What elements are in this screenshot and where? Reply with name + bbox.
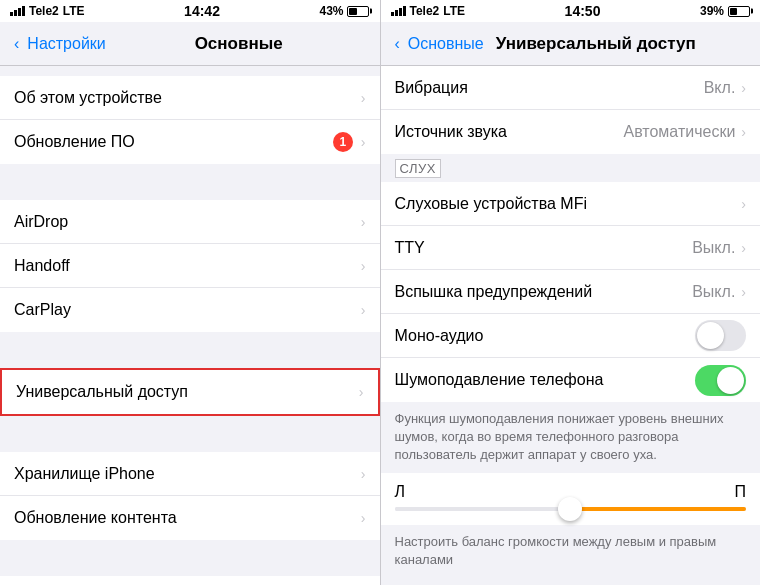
section-label-text: СЛУХ bbox=[395, 159, 441, 178]
item-label: Моно-аудио bbox=[395, 327, 696, 345]
item-label: Обновление ПО bbox=[14, 133, 333, 151]
chevron-icon: › bbox=[741, 284, 746, 300]
item-label: CarPlay bbox=[14, 301, 361, 319]
left-section-5: Ограничения Выкл. › bbox=[0, 576, 380, 585]
chevron-icon: › bbox=[361, 90, 366, 106]
chevron-icon: › bbox=[741, 124, 746, 140]
time-label: 14:50 bbox=[565, 3, 601, 19]
chevron-icon: › bbox=[361, 214, 366, 230]
chevron-icon: › bbox=[361, 134, 366, 150]
right-status-left: Tele2 LTE bbox=[391, 4, 466, 18]
right-status-right: 39% bbox=[700, 4, 750, 18]
signal-icon bbox=[391, 6, 406, 16]
item-label: Шумоподавление телефона bbox=[395, 371, 696, 389]
right-nav-title: Универсальный доступ bbox=[496, 34, 696, 54]
list-item-carplay[interactable]: CarPlay › bbox=[0, 288, 380, 332]
item-value: Автоматически bbox=[623, 123, 735, 141]
item-label: Вибрация bbox=[395, 79, 704, 97]
noise-cancel-toggle[interactable] bbox=[695, 365, 746, 396]
right-nav-bar: ‹ Основные Универсальный доступ bbox=[381, 22, 761, 66]
chevron-icon: › bbox=[361, 302, 366, 318]
chevron-icon: › bbox=[361, 466, 366, 482]
chevron-icon: › bbox=[741, 196, 746, 212]
list-item-mfi[interactable]: Слуховые устройства MFi › bbox=[381, 182, 761, 226]
item-label: Обновление контента bbox=[14, 509, 361, 527]
slider-left-label: Л bbox=[395, 483, 406, 501]
list-item-sound-source[interactable]: Источник звука Автоматически › bbox=[381, 110, 761, 154]
right-scroll-content: Вибрация Вкл. › Источник звука Автоматич… bbox=[381, 66, 761, 585]
left-section-4: Хранилище iPhone › Обновление контента › bbox=[0, 452, 380, 540]
mono-audio-toggle[interactable] bbox=[695, 320, 746, 351]
item-label: Источник звука bbox=[395, 123, 624, 141]
right-top-section: Вибрация Вкл. › Источник звука Автоматич… bbox=[381, 66, 761, 154]
signal-icon bbox=[10, 6, 25, 16]
back-arrow-icon: ‹ bbox=[14, 35, 19, 53]
list-item-airdrop[interactable]: AirDrop › bbox=[0, 200, 380, 244]
list-item-storage[interactable]: Хранилище iPhone › bbox=[0, 452, 380, 496]
list-item-vibration[interactable]: Вибрация Вкл. › bbox=[381, 66, 761, 110]
toggle-thumb bbox=[717, 367, 744, 394]
left-scroll-content: Об этом устройстве › Обновление ПО 1 › A… bbox=[0, 66, 380, 585]
list-item[interactable]: Обновление ПО 1 › bbox=[0, 120, 380, 164]
back-label[interactable]: Настройки bbox=[27, 35, 105, 53]
list-item-noise-cancel[interactable]: Шумоподавление телефона bbox=[381, 358, 761, 402]
item-label: Хранилище iPhone bbox=[14, 465, 361, 483]
slider-thumb[interactable] bbox=[558, 497, 582, 521]
item-label: Вспышка предупреждений bbox=[395, 283, 693, 301]
slider-fill-left bbox=[395, 507, 564, 511]
list-item-universal-access[interactable]: Универсальный доступ › bbox=[2, 370, 378, 414]
slider-fill-right bbox=[577, 507, 746, 511]
battery-icon bbox=[347, 6, 369, 17]
chevron-icon: › bbox=[361, 510, 366, 526]
right-status-bar: Tele2 LTE 14:50 39% bbox=[381, 0, 761, 22]
list-item-flash-alerts[interactable]: Вспышка предупреждений Выкл. › bbox=[381, 270, 761, 314]
time-label: 14:42 bbox=[184, 3, 220, 19]
left-status-right: 43% bbox=[319, 4, 369, 18]
left-section-2: AirDrop › Handoff › CarPlay › bbox=[0, 200, 380, 332]
chevron-icon: › bbox=[741, 240, 746, 256]
item-value: Вкл. bbox=[704, 79, 736, 97]
list-item-tty[interactable]: TTY Выкл. › bbox=[381, 226, 761, 270]
list-item-restrictions[interactable]: Ограничения Выкл. › bbox=[0, 576, 380, 585]
item-label: AirDrop bbox=[14, 213, 361, 231]
list-item-handoff[interactable]: Handoff › bbox=[0, 244, 380, 288]
update-badge: 1 bbox=[333, 132, 353, 152]
item-label: Универсальный доступ bbox=[16, 383, 359, 401]
item-value: Выкл. bbox=[692, 283, 735, 301]
battery-percent: 43% bbox=[319, 4, 343, 18]
audio-balance-section: Л П bbox=[381, 473, 761, 525]
chevron-icon: › bbox=[359, 384, 364, 400]
hearing-section-header: СЛУХ bbox=[381, 154, 761, 182]
left-section-universal: Универсальный доступ › bbox=[0, 368, 380, 416]
list-item[interactable]: Об этом устройстве › bbox=[0, 76, 380, 120]
balance-description: Настроить баланс громкости между левым и… bbox=[381, 525, 761, 577]
chevron-icon: › bbox=[741, 80, 746, 96]
item-label: TTY bbox=[395, 239, 693, 257]
right-panel: Tele2 LTE 14:50 39% ‹ Основные Универсал… bbox=[381, 0, 761, 585]
item-value: Выкл. bbox=[692, 239, 735, 257]
slider-track[interactable] bbox=[395, 507, 747, 511]
item-label: Handoff bbox=[14, 257, 361, 275]
list-item-content-update[interactable]: Обновление контента › bbox=[0, 496, 380, 540]
network-type: LTE bbox=[63, 4, 85, 18]
back-arrow-icon: ‹ bbox=[395, 35, 400, 53]
item-label: Об этом устройстве bbox=[14, 89, 361, 107]
list-item-mono-audio[interactable]: Моно-аудио bbox=[381, 314, 761, 358]
slider-right-label: П bbox=[735, 483, 747, 501]
item-label: Слуховые устройства MFi bbox=[395, 195, 742, 213]
carrier-label: Tele2 bbox=[29, 4, 59, 18]
left-status-bar: Tele2 LTE 14:42 43% bbox=[0, 0, 380, 22]
left-nav-title: Основные bbox=[195, 34, 283, 54]
chevron-icon: › bbox=[361, 258, 366, 274]
noise-cancel-description: Функция шумоподавления понижает уровень … bbox=[381, 402, 761, 473]
left-section-1: Об этом устройстве › Обновление ПО 1 › bbox=[0, 76, 380, 164]
back-label[interactable]: Основные bbox=[408, 35, 484, 53]
left-panel: Tele2 LTE 14:42 43% ‹ Настройки Основные… bbox=[0, 0, 381, 585]
carrier-label: Tele2 bbox=[410, 4, 440, 18]
left-nav-bar: ‹ Настройки Основные bbox=[0, 22, 380, 66]
battery-percent: 39% bbox=[700, 4, 724, 18]
network-type: LTE bbox=[443, 4, 465, 18]
balance-slider-container: Л П bbox=[381, 473, 761, 525]
left-status-left: Tele2 LTE bbox=[10, 4, 85, 18]
toggle-thumb bbox=[697, 322, 724, 349]
